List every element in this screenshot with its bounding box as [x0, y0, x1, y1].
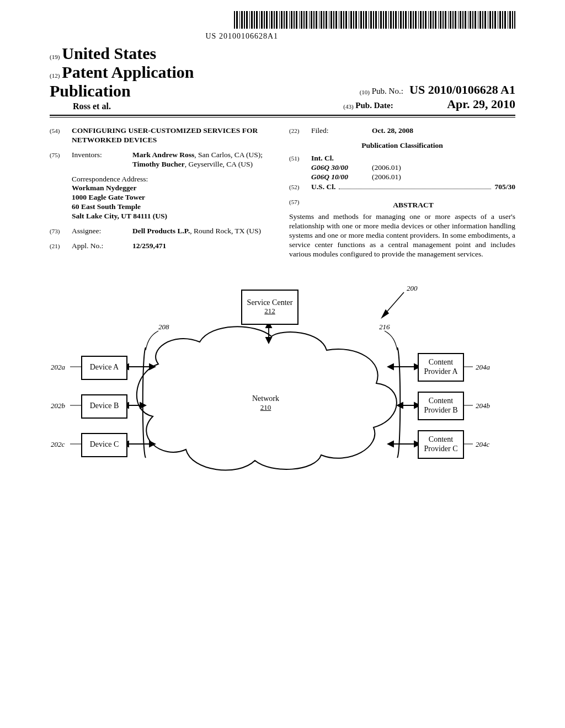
intcl-1-symbol: G06Q 30/00 — [311, 163, 372, 173]
right-column: (22) Filed: Oct. 28, 2008 Publication Cl… — [289, 126, 515, 259]
content-provider-a-box: Content Provider A — [418, 353, 464, 382]
uscl-code: (52) — [289, 183, 311, 192]
applno-value: 12/259,471 — [132, 242, 276, 251]
abstract-heading: ABSTRACT — [311, 201, 515, 210]
content-provider-a-label: Content Provider A — [419, 358, 463, 376]
ref-200: 200 — [407, 284, 418, 293]
figure-200: Service Center 212 Network 210 Device A … — [51, 270, 514, 502]
invention-title: CONFIGURING USER-CUSTOMIZED SERVICES FOR… — [72, 126, 276, 145]
svg-marker-15 — [388, 364, 393, 370]
device-c-label: Device C — [90, 440, 119, 449]
content-provider-b-label: Content Provider B — [419, 397, 463, 414]
device-a-label: Device A — [90, 363, 119, 372]
svg-line-0 — [385, 292, 404, 314]
inventors: Mark Andrew Ross, San Carlos, CA (US); T… — [132, 151, 276, 169]
device-a-box: Device A — [81, 356, 127, 380]
inventors-code: (75) — [50, 151, 72, 169]
content-provider-c-label: Content Provider C — [419, 435, 463, 453]
correspondence-address: Correspondence Address: Workman Nydegger… — [72, 175, 276, 221]
uscl-label: U.S. Cl. — [311, 183, 335, 192]
device-b-box: Device B — [81, 394, 127, 419]
ref-208: 208 — [158, 323, 169, 331]
abstract-text: Systems and methods for managing one or … — [289, 212, 515, 259]
inventor-2-name: Timothy Bucher — [132, 160, 185, 168]
authors-short: Ross et al. — [50, 101, 273, 111]
inventor-2-rest: , Geyserville, CA (US) — [185, 160, 253, 168]
intcl-2-symbol: G06Q 10/00 — [311, 173, 372, 182]
svg-marker-18 — [397, 403, 403, 408]
applno-code: (21) — [50, 242, 72, 251]
applno-label: Appl. No.: — [72, 242, 132, 251]
ref-202a: 202a — [51, 363, 65, 372]
service-center-box: Service Center 212 — [241, 290, 299, 325]
pubno-code: (10) — [360, 89, 370, 95]
filed-label: Filed: — [311, 126, 372, 136]
inventors-label: Inventors: — [72, 151, 132, 169]
content-provider-b-box: Content Provider B — [418, 392, 464, 420]
filed-code: (22) — [289, 126, 311, 136]
barcode-text: US 20100106628A1 — [50, 32, 515, 41]
pubtype-code: (12) — [50, 72, 60, 79]
dotted-leader — [339, 183, 491, 189]
rule-thin — [50, 117, 515, 117]
network-ref: 210 — [252, 403, 279, 412]
pubdate-value: Apr. 29, 2010 — [447, 97, 515, 111]
service-center-label: Service Center — [247, 298, 293, 307]
intcl-2-date: (2006.01) — [372, 173, 401, 182]
intcl-label: Int. Cl. — [311, 154, 515, 163]
barcode-block: US 20100106628A1 — [50, 11, 515, 41]
assignee-code: (73) — [50, 227, 72, 236]
svg-marker-21 — [388, 441, 393, 447]
inventor-1-name: Mark Andrew Ross — [132, 151, 194, 159]
pubdate-label: Pub. Date: — [355, 101, 393, 110]
bibliographic-data: (54) CONFIGURING USER-CUSTOMIZED SERVICE… — [50, 126, 515, 259]
ref-204c: 204c — [476, 440, 489, 449]
corr-line3: 60 East South Temple — [72, 202, 276, 212]
ref-216: 216 — [379, 323, 390, 331]
pubno-label: Pub. No.: — [372, 87, 403, 95]
content-provider-c-box: Content Provider C — [418, 430, 464, 459]
intcl-1-date: (2006.01) — [372, 163, 401, 173]
svg-marker-10 — [140, 403, 146, 408]
barcode-graphic — [234, 11, 515, 29]
service-center-ref: 212 — [264, 307, 275, 315]
corr-line1: Workman Nydegger — [72, 184, 276, 193]
corr-label: Correspondence Address: — [72, 175, 276, 184]
left-column: (54) CONFIGURING USER-CUSTOMIZED SERVICE… — [50, 126, 276, 259]
header: (19) United States (12) Patent Applicati… — [50, 44, 515, 111]
country-code: (19) — [50, 53, 60, 60]
device-b-label: Device B — [90, 402, 119, 410]
publication-type: Patent Application Publication — [50, 63, 194, 100]
title-code: (54) — [50, 126, 72, 145]
assignee-label: Assignee: — [72, 227, 132, 236]
intcl-code: (51) — [289, 154, 311, 182]
pubno-value: US 2010/0106628 A1 — [409, 83, 515, 97]
ref-204b: 204b — [476, 402, 490, 410]
inventor-1-rest: , San Carlos, CA (US); — [194, 151, 263, 159]
ref-202b: 202b — [51, 402, 65, 410]
svg-marker-7 — [150, 364, 155, 370]
network-label-block: Network 210 — [252, 394, 279, 412]
assignee-rest: , Round Rock, TX (US) — [190, 227, 261, 235]
uscl-value: 705/30 — [494, 183, 515, 192]
ref-202c: 202c — [51, 440, 65, 449]
abstract-code: (57) — [289, 197, 311, 212]
corr-line4: Salt Lake City, UT 84111 (US) — [72, 212, 276, 221]
filed-value: Oct. 28, 2008 — [372, 126, 515, 136]
patent-front-page: US 20100106628A1 (19) United States (12)… — [0, 0, 565, 728]
svg-marker-4 — [266, 338, 271, 343]
assignee-name: Dell Products L.P. — [132, 227, 190, 235]
corr-line2: 1000 Eagle Gate Tower — [72, 193, 276, 202]
pubclass-heading: Publication Classification — [289, 141, 515, 151]
network-label: Network — [252, 394, 279, 403]
country: United States — [62, 44, 156, 62]
rule-thick — [50, 115, 515, 116]
assignee: Dell Products L.P., Round Rock, TX (US) — [132, 227, 276, 236]
pubdate-code: (43) — [343, 103, 353, 110]
ref-204a: 204a — [476, 363, 490, 372]
device-c-box: Device C — [81, 433, 127, 457]
